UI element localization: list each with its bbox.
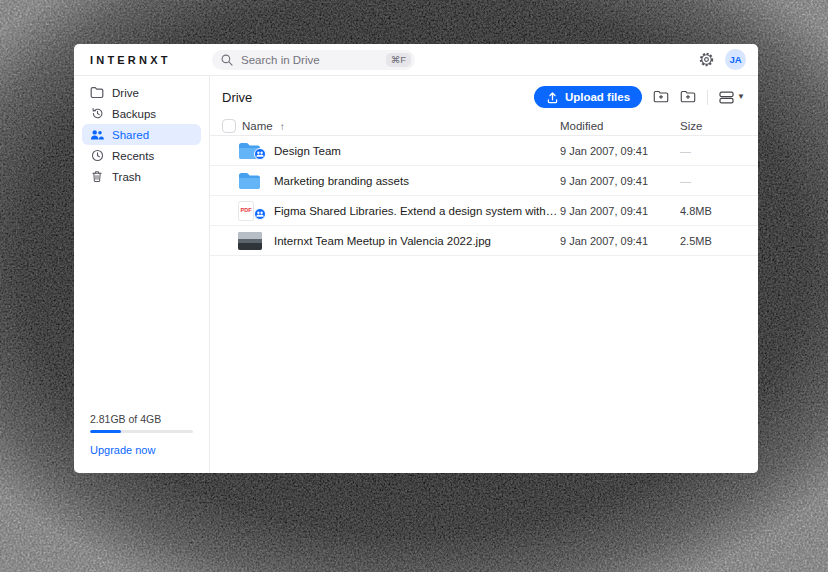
search-icon	[221, 54, 233, 66]
table-row[interactable]: Marketing branding assets 9 Jan 2007, 09…	[210, 166, 758, 196]
backup-clock-icon	[90, 107, 104, 120]
view-toggle-button[interactable]: ▼	[719, 91, 745, 104]
row-name: Internxt Team Meetup in Valencia 2022.jp…	[274, 235, 560, 247]
main-header: Drive Upload files	[210, 82, 758, 112]
storage-bar-fill	[90, 430, 121, 433]
row-modified: 9 Jan 2007, 09:41	[560, 205, 680, 217]
row-name: Figma Shared Libraries. Extend a design …	[274, 205, 560, 217]
app-body: Drive Backups	[74, 76, 758, 473]
sidebar-item-recents[interactable]: Recents	[82, 145, 201, 166]
topbar: INTERNXT ⌘F	[74, 44, 758, 76]
topbar-right: JA	[699, 49, 746, 70]
internxt-logo: INTERNXT	[90, 54, 171, 66]
folder-icon	[90, 86, 104, 99]
row-size: 2.5MB	[680, 235, 745, 247]
people-icon	[90, 128, 104, 141]
select-all-checkbox[interactable]	[222, 119, 236, 133]
search-shortcut-badge: ⌘F	[386, 53, 411, 67]
table-row[interactable]: Internxt Team Meetup in Valencia 2022.jp…	[210, 226, 758, 256]
folder-icon	[238, 171, 262, 191]
trash-icon	[90, 170, 104, 183]
shared-badge-icon	[254, 146, 266, 164]
breadcrumb: Drive	[222, 90, 252, 105]
table-row[interactable]: PDF Figma Shared Libraries. Extend a des…	[210, 196, 758, 226]
sidebar-spacer	[74, 187, 209, 413]
shared-badge-icon	[254, 206, 266, 224]
settings-button[interactable]	[699, 52, 714, 67]
sidebar-item-label: Recents	[112, 150, 154, 162]
sidebar-item-drive[interactable]: Drive	[82, 82, 201, 103]
upgrade-now-link[interactable]: Upgrade now	[90, 444, 155, 456]
row-name: Marketing branding assets	[274, 175, 560, 187]
sidebar-item-shared[interactable]: Shared	[82, 124, 201, 145]
column-header-size[interactable]: Size	[680, 120, 745, 132]
pdf-file-icon: PDF	[238, 201, 262, 221]
column-header-name[interactable]: Name↑	[242, 120, 560, 132]
clock-icon	[90, 149, 104, 162]
table-row[interactable]: Design Team 9 Jan 2007, 09:41 —	[210, 136, 758, 166]
list-view-icon	[719, 91, 734, 104]
image-thumbnail-icon	[238, 231, 262, 251]
row-modified: 9 Jan 2007, 09:41	[560, 235, 680, 247]
folder-plus-icon	[653, 90, 669, 104]
upload-folder-button[interactable]	[680, 90, 696, 104]
app-window: INTERNXT ⌘F	[74, 44, 758, 473]
sidebar-item-label: Drive	[112, 87, 139, 99]
sidebar-item-backups[interactable]: Backups	[82, 103, 201, 124]
svg-text:PDF: PDF	[241, 206, 253, 212]
search-bar[interactable]: ⌘F	[212, 50, 415, 70]
upload-icon	[546, 91, 559, 104]
table-header: Name↑ Modified Size	[210, 116, 758, 136]
row-modified: 9 Jan 2007, 09:41	[560, 145, 680, 157]
gear-icon	[699, 52, 714, 67]
upload-files-button[interactable]: Upload files	[534, 86, 642, 108]
caret-down-icon: ▼	[737, 93, 745, 101]
screenshot-stage: INTERNXT ⌘F	[0, 0, 828, 572]
toolbar: Upload files	[534, 86, 745, 108]
main-panel: Drive Upload files	[210, 76, 758, 473]
create-folder-button[interactable]	[653, 90, 669, 104]
sidebar-item-label: Shared	[112, 129, 149, 141]
avatar[interactable]: JA	[725, 49, 746, 70]
storage-usage-label: 2.81GB of 4GB	[90, 413, 193, 425]
row-size: —	[680, 145, 745, 157]
search-input[interactable]	[239, 53, 380, 67]
folder-plus-icon	[680, 90, 696, 104]
row-size: —	[680, 175, 745, 187]
row-modified: 9 Jan 2007, 09:41	[560, 175, 680, 187]
storage-panel: 2.81GB of 4GB Upgrade now	[74, 413, 209, 473]
sidebar-item-trash[interactable]: Trash	[82, 166, 201, 187]
sidebar-item-label: Trash	[112, 171, 141, 183]
toolbar-divider	[707, 90, 708, 105]
shared-folder-icon	[238, 141, 262, 161]
storage-progress-bar	[90, 430, 193, 433]
upload-files-label: Upload files	[565, 91, 630, 103]
sidebar: Drive Backups	[74, 76, 210, 473]
row-size: 4.8MB	[680, 205, 745, 217]
column-header-modified[interactable]: Modified	[560, 120, 680, 132]
row-name: Design Team	[274, 145, 560, 157]
sidebar-item-label: Backups	[112, 108, 156, 120]
sort-asc-icon: ↑	[280, 121, 285, 132]
